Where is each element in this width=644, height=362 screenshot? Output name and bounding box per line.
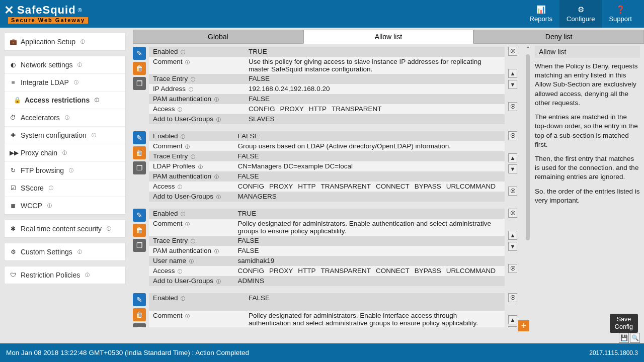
save-button[interactable]: 💾: [619, 333, 629, 343]
move-up-button[interactable]: ▲: [508, 315, 517, 324]
info-icon: ⓘ: [178, 185, 182, 190]
move-down-button[interactable]: ▼: [508, 80, 517, 89]
info-icon: ⓘ: [65, 115, 69, 121]
brand-subtitle: Secure Web Gateway: [8, 17, 88, 24]
puzzle-icon: ✚: [10, 132, 17, 139]
nav-reports[interactable]: 📊 Reports: [523, 0, 560, 28]
sidebar-label: Real time content security: [21, 225, 102, 233]
add-policy-button[interactable]: +: [518, 320, 529, 331]
scroll-thumb[interactable]: [526, 54, 530, 240]
info-icon: ⓘ: [47, 203, 52, 209]
policy-field-key: Enabled ⓘ: [149, 131, 233, 141]
policy-field-value: Use this policy for giving access to sla…: [245, 57, 505, 74]
policy-table: Enabled ⓘFALSEComment ⓘPolicy designated…: [149, 293, 505, 327]
clone-button[interactable]: ❐: [133, 161, 146, 174]
policy-entry: ✎🗑❐Enabled ⓘTRUEComment ⓘPolicy designat…: [133, 209, 518, 286]
move-down-button[interactable]: ▼: [508, 326, 517, 327]
support-icon: ❓: [616, 5, 625, 14]
move-top-button[interactable]: ⦿: [508, 209, 517, 218]
policy-field-value: 192.168.0.24,192.168.0.20: [245, 84, 505, 94]
nav-support[interactable]: ❓ Support: [602, 0, 639, 28]
move-bottom-button[interactable]: ⦿: [508, 187, 517, 196]
sidebar-label: Integrate LDAP: [21, 78, 69, 86]
delete-button[interactable]: 🗑: [133, 146, 146, 159]
delete-button[interactable]: 🗑: [133, 308, 146, 321]
sidebar-item-restrict[interactable]: 🛡Restriction Policiesⓘ: [5, 266, 125, 284]
info-icon: ⓘ: [191, 77, 195, 82]
edit-button[interactable]: ✎: [133, 293, 146, 306]
sidebar-item-access[interactable]: 🔒Access restrictionsⓘ: [5, 92, 125, 109]
policy-field-value: TRUE: [233, 209, 505, 219]
sidebar-label: Proxy chain: [21, 149, 57, 157]
move-bottom-button[interactable]: ⦿: [508, 264, 517, 273]
nav-configure[interactable]: ⚙ Configure: [559, 0, 602, 28]
move-up-button[interactable]: ▲: [508, 69, 517, 78]
info-icon: ⓘ: [92, 132, 96, 139]
sidebar-item-sysconf[interactable]: ✚System configurationⓘ: [5, 127, 125, 144]
policy-field-key: Comment ⓘ: [149, 219, 233, 236]
sidebar-item-ldap[interactable]: ≡Integrate LDAPⓘ: [5, 74, 125, 92]
info-icon: ⓘ: [77, 62, 82, 68]
sidebar-item-wccp[interactable]: ≣WCCPⓘ: [5, 197, 125, 214]
sidebar-item-rtcs[interactable]: ✱Real time content securityⓘ: [5, 220, 125, 237]
sidebar-item-network[interactable]: ◐Network settingsⓘ: [5, 56, 125, 74]
scrollbar[interactable]: ⌃ ⌄: [525, 44, 531, 327]
sidebar-item-sscore[interactable]: ☑SScoreⓘ: [5, 179, 125, 197]
move-bottom-button[interactable]: ⦿: [508, 102, 517, 111]
policy-field-key: PAM authentication ⓘ: [149, 94, 245, 104]
move-up-button[interactable]: ▲: [508, 231, 517, 240]
info-icon: ⓘ: [191, 154, 195, 159]
clone-button[interactable]: ❐: [133, 239, 146, 252]
check-icon: ☑: [10, 185, 17, 192]
info-icon: ⓘ: [198, 164, 203, 169]
delete-button[interactable]: 🗑: [133, 224, 146, 237]
edit-button[interactable]: ✎: [133, 131, 146, 144]
sidebar-label: SScore: [21, 184, 44, 192]
scroll-up-icon[interactable]: ⌃: [526, 46, 530, 52]
info-icon: ⓘ: [85, 272, 90, 279]
move-top-button[interactable]: ⦿: [508, 293, 517, 302]
policy-field-value: FALSE: [233, 246, 505, 256]
policy-field-key: Comment ⓘ: [149, 57, 245, 74]
policy-table: Enabled ⓘTRUEComment ⓘPolicy designated …: [149, 209, 505, 286]
tab-deny-list[interactable]: Deny list: [473, 30, 644, 44]
policy-field-key: Access ⓘ: [149, 104, 245, 114]
policy-entry: ✎🗑❐Enabled ⓘFALSEComment ⓘGroup users ba…: [133, 131, 518, 202]
info-icon: ⓘ: [107, 226, 111, 232]
policy-field-key: Add to User-Groups ⓘ: [149, 276, 233, 286]
sidebar-item-app-setup[interactable]: 💼 Application Setup ⓘ: [5, 33, 125, 50]
info-icon: ⓘ: [62, 150, 67, 156]
delete-button[interactable]: 🗑: [133, 62, 146, 75]
sidebar-label: System configuration: [21, 131, 87, 139]
info-icon: ⓘ: [178, 269, 182, 274]
sidebar-item-accelerators[interactable]: ⏱Acceleratorsⓘ: [5, 109, 125, 127]
policy-field-key: Access ⓘ: [149, 182, 233, 192]
policy-field-value: MANAGERS: [233, 192, 505, 202]
sidebar-label: Network settings: [21, 61, 72, 69]
gauge-icon: ⏱: [10, 114, 17, 121]
tab-global[interactable]: Global: [133, 30, 303, 44]
brand-reg: ®: [78, 8, 82, 13]
info-icon: ⓘ: [181, 134, 185, 139]
info-icon: ⓘ: [185, 222, 190, 227]
search-button[interactable]: 🔍: [630, 333, 640, 343]
info-icon: ⓘ: [189, 87, 193, 92]
clone-button[interactable]: ❐: [133, 323, 146, 327]
info-icon: ⓘ: [181, 50, 185, 55]
edit-button[interactable]: ✎: [133, 209, 146, 222]
sidebar: 💼 Application Setup ⓘ ◐Network settingsⓘ…: [0, 28, 130, 327]
sidebar-item-custom[interactable]: ⚙Custom Settingsⓘ: [5, 243, 125, 260]
move-top-button[interactable]: ⦿: [508, 131, 517, 140]
policy-field-value: CONFIGPROXYHTTPTRANSPARENTCONNECTBYPASSU…: [233, 266, 505, 276]
sidebar-item-ftp[interactable]: ↻FTP browsingⓘ: [5, 162, 125, 179]
move-top-button[interactable]: ⦿: [508, 47, 517, 56]
move-up-button[interactable]: ▲: [508, 153, 517, 162]
sidebar-item-proxy[interactable]: ▶▶Proxy chainⓘ: [5, 144, 125, 162]
edit-button[interactable]: ✎: [133, 47, 146, 60]
policy-field-key: PAM authentication ⓘ: [149, 246, 233, 256]
policy-field-key: Comment ⓘ: [149, 311, 245, 327]
clone-button[interactable]: ❐: [133, 77, 146, 90]
tab-allow-list[interactable]: Allow list: [303, 30, 474, 44]
move-down-button[interactable]: ▼: [508, 242, 517, 251]
move-down-button[interactable]: ▼: [508, 164, 517, 173]
